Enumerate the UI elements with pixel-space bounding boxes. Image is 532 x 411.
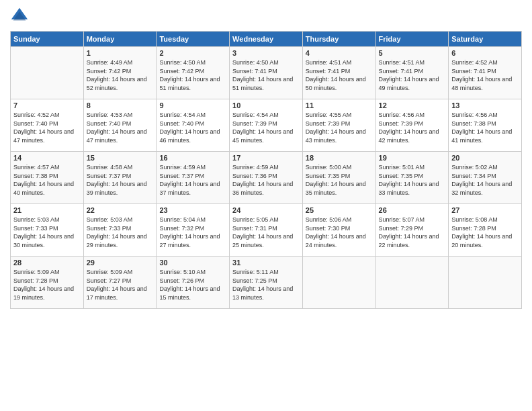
day-cell: 29 Sunrise: 5:09 AMSunset: 7:27 PMDaylig… xyxy=(83,257,157,309)
week-row-0: 1 Sunrise: 4:49 AMSunset: 7:42 PMDayligh… xyxy=(11,47,522,99)
week-row-2: 14 Sunrise: 4:57 AMSunset: 7:38 PMDaylig… xyxy=(11,152,522,204)
calendar-table: SundayMondayTuesdayWednesdayThursdayFrid… xyxy=(10,31,522,309)
day-cell: 15 Sunrise: 4:58 AMSunset: 7:37 PMDaylig… xyxy=(83,152,157,204)
day-cell: 6 Sunrise: 4:52 AMSunset: 7:41 PMDayligh… xyxy=(449,47,522,99)
day-info: Sunrise: 4:56 AMSunset: 7:39 PMDaylight:… xyxy=(379,111,446,144)
day-cell: 11 Sunrise: 4:55 AMSunset: 7:39 PMDaylig… xyxy=(302,99,375,152)
day-info: Sunrise: 5:07 AMSunset: 7:29 PMDaylight:… xyxy=(379,216,446,249)
day-number: 22 xyxy=(87,206,154,214)
day-number: 3 xyxy=(232,49,300,57)
day-info: Sunrise: 5:09 AMSunset: 7:28 PMDaylight:… xyxy=(13,268,81,302)
day-cell: 3 Sunrise: 4:50 AMSunset: 7:41 PMDayligh… xyxy=(230,47,303,99)
day-number: 18 xyxy=(306,154,373,162)
day-info: Sunrise: 5:01 AMSunset: 7:35 PMDaylight:… xyxy=(379,163,446,197)
day-cell: 19 Sunrise: 5:01 AMSunset: 7:35 PMDaylig… xyxy=(375,152,449,204)
header-monday: Monday xyxy=(83,32,157,47)
day-cell xyxy=(449,257,522,309)
day-number: 11 xyxy=(306,101,373,109)
day-info: Sunrise: 4:53 AMSunset: 7:40 PMDaylight:… xyxy=(87,111,154,144)
day-number: 26 xyxy=(379,206,446,214)
logo xyxy=(10,7,32,26)
day-cell: 31 Sunrise: 5:11 AMSunset: 7:25 PMDaylig… xyxy=(230,257,303,309)
day-cell: 2 Sunrise: 4:50 AMSunset: 7:42 PMDayligh… xyxy=(157,47,230,99)
header-friday: Friday xyxy=(375,32,449,47)
day-number: 29 xyxy=(87,259,154,267)
day-info: Sunrise: 5:08 AMSunset: 7:28 PMDaylight:… xyxy=(451,216,519,249)
day-number: 2 xyxy=(159,49,226,57)
day-info: Sunrise: 4:50 AMSunset: 7:42 PMDaylight:… xyxy=(159,58,226,92)
day-cell: 24 Sunrise: 5:05 AMSunset: 7:31 PMDaylig… xyxy=(230,204,303,257)
day-number: 28 xyxy=(13,259,81,267)
day-number: 1 xyxy=(87,49,154,57)
day-info: Sunrise: 4:52 AMSunset: 7:41 PMDaylight:… xyxy=(451,58,519,92)
page: SundayMondayTuesdayWednesdayThursdayFrid… xyxy=(0,0,532,411)
header-wednesday: Wednesday xyxy=(230,32,303,47)
day-info: Sunrise: 4:59 AMSunset: 7:36 PMDaylight:… xyxy=(232,163,300,197)
day-info: Sunrise: 4:50 AMSunset: 7:41 PMDaylight:… xyxy=(232,58,300,92)
day-info: Sunrise: 4:52 AMSunset: 7:40 PMDaylight:… xyxy=(13,111,81,144)
day-number: 9 xyxy=(159,101,226,109)
day-info: Sunrise: 5:04 AMSunset: 7:32 PMDaylight:… xyxy=(159,216,226,249)
day-info: Sunrise: 5:09 AMSunset: 7:27 PMDaylight:… xyxy=(87,268,154,302)
day-number: 10 xyxy=(232,101,300,109)
day-number: 23 xyxy=(159,206,226,214)
day-info: Sunrise: 5:03 AMSunset: 7:33 PMDaylight:… xyxy=(87,216,154,249)
day-cell: 8 Sunrise: 4:53 AMSunset: 7:40 PMDayligh… xyxy=(83,99,157,152)
day-cell: 1 Sunrise: 4:49 AMSunset: 7:42 PMDayligh… xyxy=(83,47,157,99)
day-cell: 4 Sunrise: 4:51 AMSunset: 7:41 PMDayligh… xyxy=(302,47,375,99)
day-info: Sunrise: 5:05 AMSunset: 7:31 PMDaylight:… xyxy=(232,216,300,249)
day-cell: 22 Sunrise: 5:03 AMSunset: 7:33 PMDaylig… xyxy=(83,204,157,257)
day-number: 4 xyxy=(306,49,373,57)
day-cell xyxy=(302,257,375,309)
day-number: 31 xyxy=(232,259,300,267)
day-info: Sunrise: 5:06 AMSunset: 7:30 PMDaylight:… xyxy=(306,216,373,249)
day-info: Sunrise: 4:51 AMSunset: 7:41 PMDaylight:… xyxy=(379,58,446,92)
day-cell xyxy=(11,47,84,99)
day-cell: 30 Sunrise: 5:10 AMSunset: 7:26 PMDaylig… xyxy=(157,257,230,309)
day-cell: 17 Sunrise: 4:59 AMSunset: 7:36 PMDaylig… xyxy=(230,152,303,204)
day-cell xyxy=(375,257,449,309)
logo-icon xyxy=(10,7,29,26)
day-info: Sunrise: 5:11 AMSunset: 7:25 PMDaylight:… xyxy=(232,268,300,302)
week-row-1: 7 Sunrise: 4:52 AMSunset: 7:40 PMDayligh… xyxy=(11,99,522,152)
day-number: 25 xyxy=(306,206,373,214)
week-row-4: 28 Sunrise: 5:09 AMSunset: 7:28 PMDaylig… xyxy=(11,257,522,309)
day-number: 21 xyxy=(13,206,81,214)
day-cell: 26 Sunrise: 5:07 AMSunset: 7:29 PMDaylig… xyxy=(375,204,449,257)
header-tuesday: Tuesday xyxy=(157,32,230,47)
header-saturday: Saturday xyxy=(449,32,522,47)
day-cell: 28 Sunrise: 5:09 AMSunset: 7:28 PMDaylig… xyxy=(11,257,84,309)
day-number: 30 xyxy=(159,259,226,267)
day-info: Sunrise: 4:57 AMSunset: 7:38 PMDaylight:… xyxy=(13,163,81,197)
day-number: 20 xyxy=(451,154,519,162)
header-row: SundayMondayTuesdayWednesdayThursdayFrid… xyxy=(11,32,522,47)
day-info: Sunrise: 4:49 AMSunset: 7:42 PMDaylight:… xyxy=(87,58,154,92)
day-number: 24 xyxy=(232,206,300,214)
day-cell: 13 Sunrise: 4:56 AMSunset: 7:38 PMDaylig… xyxy=(449,99,522,152)
day-number: 16 xyxy=(159,154,226,162)
day-cell: 18 Sunrise: 5:00 AMSunset: 7:35 PMDaylig… xyxy=(302,152,375,204)
day-cell: 27 Sunrise: 5:08 AMSunset: 7:28 PMDaylig… xyxy=(449,204,522,257)
day-info: Sunrise: 4:58 AMSunset: 7:37 PMDaylight:… xyxy=(87,163,154,197)
day-cell: 12 Sunrise: 4:56 AMSunset: 7:39 PMDaylig… xyxy=(375,99,449,152)
day-info: Sunrise: 4:59 AMSunset: 7:37 PMDaylight:… xyxy=(159,163,226,197)
day-info: Sunrise: 4:54 AMSunset: 7:39 PMDaylight:… xyxy=(232,111,300,144)
day-info: Sunrise: 5:03 AMSunset: 7:33 PMDaylight:… xyxy=(13,216,81,249)
day-cell: 14 Sunrise: 4:57 AMSunset: 7:38 PMDaylig… xyxy=(11,152,84,204)
header-sunday: Sunday xyxy=(11,32,84,47)
day-number: 6 xyxy=(451,49,519,57)
day-info: Sunrise: 4:51 AMSunset: 7:41 PMDaylight:… xyxy=(306,58,373,92)
day-number: 8 xyxy=(87,101,154,109)
day-cell: 10 Sunrise: 4:54 AMSunset: 7:39 PMDaylig… xyxy=(230,99,303,152)
day-info: Sunrise: 4:55 AMSunset: 7:39 PMDaylight:… xyxy=(306,111,373,144)
day-number: 19 xyxy=(379,154,446,162)
header-thursday: Thursday xyxy=(302,32,375,47)
day-cell: 7 Sunrise: 4:52 AMSunset: 7:40 PMDayligh… xyxy=(11,99,84,152)
day-info: Sunrise: 4:54 AMSunset: 7:40 PMDaylight:… xyxy=(159,111,226,144)
day-cell: 5 Sunrise: 4:51 AMSunset: 7:41 PMDayligh… xyxy=(375,47,449,99)
day-cell: 21 Sunrise: 5:03 AMSunset: 7:33 PMDaylig… xyxy=(11,204,84,257)
header xyxy=(10,7,522,26)
day-cell: 23 Sunrise: 5:04 AMSunset: 7:32 PMDaylig… xyxy=(157,204,230,257)
day-number: 17 xyxy=(232,154,300,162)
day-number: 7 xyxy=(13,101,81,109)
